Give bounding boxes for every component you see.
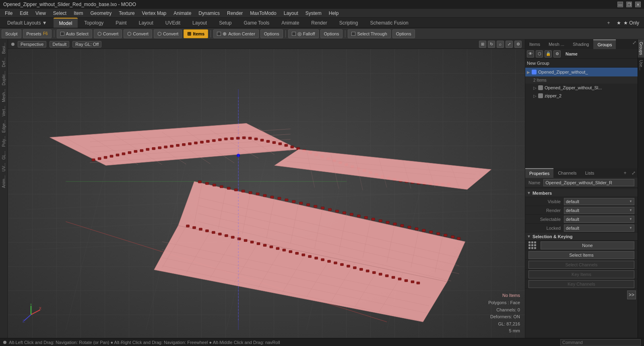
sidebar-item-vert[interactable]: Vert... — [1, 104, 7, 118]
options3-button[interactable]: Options — [392, 29, 415, 38]
items-button[interactable]: ⊞ Items — [184, 29, 208, 38]
menu-edit[interactable]: Edit — [17, 10, 31, 17]
scene-key-button[interactable]: ⚙ — [553, 50, 561, 58]
convert1-button[interactable]: ⬡ Convert — [94, 29, 122, 38]
right-edge-presets[interactable]: Use... — [638, 58, 644, 73]
tab-animate[interactable]: Animate — [276, 18, 305, 28]
window-controls[interactable]: — ❐ ✕ — [617, 2, 641, 7]
sidebar-item-deformers[interactable]: Def... — [1, 56, 7, 69]
menu-maxtomodo[interactable]: MaxToModo — [247, 10, 279, 17]
menu-vertex-map[interactable]: Vertex Map — [139, 10, 170, 17]
menu-geometry[interactable]: Geometry — [87, 10, 115, 17]
restore-button[interactable]: ❐ — [626, 2, 632, 7]
scene-tab-items[interactable]: Items — [525, 39, 544, 49]
sculpt-button[interactable]: Sculpt — [2, 29, 21, 38]
auto-select-button[interactable]: Auto Select — [57, 29, 92, 38]
sidebar-item-duplicate[interactable]: Duplic... — [1, 69, 7, 87]
convert3-button[interactable]: ⬡ Convert — [154, 29, 182, 38]
menu-animate[interactable]: Animate — [170, 10, 194, 17]
add-tab-button[interactable]: + — [605, 18, 613, 28]
default-button[interactable]: Default — [50, 41, 69, 47]
render-dropdown[interactable]: default ▼ — [564, 207, 634, 214]
scene-expand-icon[interactable]: ⤢ — [631, 39, 638, 46]
scene-list-content[interactable]: New Group ▶ Opened_Zipper_without_ 2 Ite… — [525, 59, 638, 168]
viewport-settings-icon[interactable]: ⚙ — [514, 41, 522, 48]
scene-mesh-item-2[interactable]: ▷ zipper_2 — [525, 92, 638, 100]
viewport-expand-icon[interactable]: ⤢ — [506, 41, 513, 48]
prop-name-input[interactable] — [543, 179, 634, 186]
action-center-button[interactable]: ⊕ Action Center — [213, 29, 259, 38]
tab-default-layouts[interactable]: Default Layouts ▼ — [2, 18, 53, 28]
scene-lock-button[interactable]: 🔒 — [545, 50, 552, 58]
new-group-button[interactable]: New Group — [527, 61, 549, 66]
prop-tab-lists[interactable]: Lists — [581, 168, 599, 178]
menu-help[interactable]: Help — [326, 10, 342, 17]
prop-add-button[interactable]: + — [621, 168, 629, 178]
selectable-dropdown[interactable]: default ▼ — [564, 216, 634, 223]
falloff-button[interactable]: ◎ Falloff — [288, 29, 319, 38]
prop-tab-channels[interactable]: Channels — [554, 168, 580, 178]
menu-file[interactable]: File — [2, 10, 16, 17]
tab-paint[interactable]: Paint — [110, 18, 132, 28]
sidebar-item-gl[interactable]: GL... — [1, 149, 7, 161]
viewport-frame-icon[interactable]: ⊞ — [479, 41, 486, 48]
viewport-container[interactable]: Perspective Default Ray GL: Off ⊞ ↻ ⌕ ⤢ … — [8, 39, 525, 338]
ray-gl-button[interactable]: Ray GL: Off — [72, 41, 101, 47]
menu-select[interactable]: Select — [50, 10, 70, 17]
none-button[interactable]: None — [541, 241, 634, 249]
selection-keying-header[interactable]: ▼ Selection & Keying — [525, 233, 638, 241]
select-channels-button[interactable]: Select Channels — [528, 261, 634, 269]
menu-layout[interactable]: Layout — [281, 10, 301, 17]
sidebar-item-uv[interactable]: UV... — [1, 161, 7, 173]
convert2-button[interactable]: ⬡ Convert — [124, 29, 152, 38]
right-edge-groups[interactable]: Groups — [638, 39, 644, 58]
sidebar-item-anim[interactable]: Anim... — [1, 174, 7, 189]
viewport-zoom-icon[interactable]: ⌕ — [497, 41, 504, 48]
locked-dropdown[interactable]: default ▼ — [564, 224, 634, 232]
tab-render[interactable]: Render — [305, 18, 332, 28]
menu-item[interactable]: Item — [70, 10, 86, 17]
key-items-button[interactable]: Key Items — [528, 270, 634, 278]
tab-layout[interactable]: Layout — [133, 18, 159, 28]
menu-view[interactable]: View — [32, 10, 49, 17]
prop-tab-properties[interactable]: Properties — [525, 168, 553, 178]
menu-dynamics[interactable]: Dynamics — [195, 10, 223, 17]
menu-system[interactable]: System — [302, 10, 325, 17]
sidebar-item-edge[interactable]: Edge... — [1, 118, 7, 134]
visible-dropdown[interactable]: default ▼ — [564, 198, 634, 205]
tab-schematic-fusion[interactable]: Schematic Fusion — [364, 18, 414, 28]
scene-tab-groups[interactable]: Groups — [593, 39, 616, 49]
tab-setup[interactable]: Setup — [213, 18, 237, 28]
tab-game-tools[interactable]: Game Tools — [238, 18, 275, 28]
command-input[interactable] — [560, 339, 641, 346]
tab-model[interactable]: Model — [54, 18, 78, 28]
sidebar-item-basic[interactable]: Basi... — [1, 41, 7, 56]
prop-expand-arrow[interactable]: >> — [627, 290, 636, 299]
viewport-scene[interactable]: Y X Z X Y Z No Items Polygons : Face — [8, 49, 525, 338]
scene-eye-button[interactable]: 👁 — [527, 50, 534, 58]
sidebar-item-poly[interactable]: Poly... — [1, 134, 7, 148]
viewport-refresh-icon[interactable]: ↻ — [488, 41, 495, 48]
options1-button[interactable]: Options — [260, 29, 283, 38]
menu-render[interactable]: Render — [224, 10, 246, 17]
key-channels-button[interactable]: Key Channels — [528, 280, 634, 288]
scene-tab-shading[interactable]: Shading — [569, 39, 593, 49]
scene-tab-mesh[interactable]: Mesh ... — [545, 39, 568, 49]
perspective-button[interactable]: Perspective — [18, 41, 46, 47]
members-section-header[interactable]: ▼ Members — [525, 189, 638, 197]
presets-button[interactable]: Presets F6 — [23, 29, 52, 38]
tab-scripting[interactable]: Scripting — [334, 18, 364, 28]
scene-render-button[interactable]: ⬡ — [536, 50, 543, 58]
minimize-button[interactable]: — — [617, 2, 623, 7]
tab-layout2[interactable]: Layout — [187, 18, 213, 28]
sidebar-item-mesh[interactable]: Mesh... — [1, 87, 7, 104]
tab-topology[interactable]: Topology — [78, 18, 109, 28]
group-item-opened-zipper[interactable]: ▶ Opened_Zipper_without_ — [525, 68, 638, 76]
close-button[interactable]: ✕ — [635, 2, 641, 7]
prop-expand-button[interactable]: ⤢ — [630, 168, 638, 178]
menu-texture[interactable]: Texture — [116, 10, 138, 17]
options2-button[interactable]: Options — [320, 29, 343, 38]
tab-uvedit[interactable]: UVEdit — [160, 18, 186, 28]
scene-mesh-item-1[interactable]: ▷ Opened_Zipper_without_Sl... — [525, 84, 638, 92]
select-items-button[interactable]: Select Items — [528, 251, 634, 259]
